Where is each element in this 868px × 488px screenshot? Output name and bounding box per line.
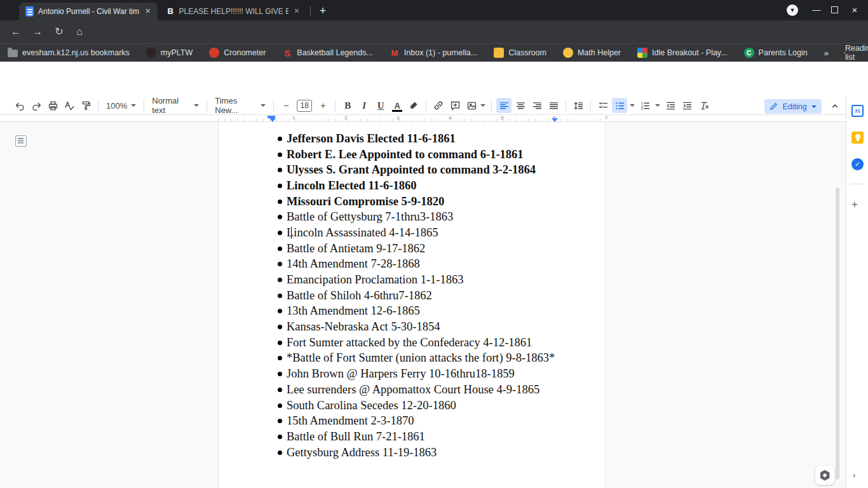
docs-header: Antonio Purnell - Civil War timeline ite… [0, 62, 868, 97]
tab-close-icon[interactable]: × [143, 6, 153, 17]
list-item[interactable]: Gettysburg Address 11-19-1863 [278, 445, 555, 461]
list-item[interactable]: Battle of Bull Run 7-21-1861 [278, 429, 555, 445]
list-item[interactable]: Ulysses S. Grant Appointed to command 3-… [278, 162, 555, 178]
hide-menus-chevron-icon[interactable] [828, 99, 843, 114]
bookmark-cronometer[interactable]: Cronometer [209, 48, 266, 58]
font-family-select[interactable]: Times New... [211, 98, 269, 113]
list-item[interactable]: John Brown @ Harpers Ferry 10-16thru18-1… [278, 366, 555, 382]
reload-icon[interactable]: ↻ [51, 24, 67, 40]
show-outline-icon[interactable] [15, 135, 27, 147]
vertical-scrollbar[interactable] [836, 187, 839, 480]
clear-formatting-icon[interactable] [696, 98, 711, 113]
bookmark-evesham-k12-nj-us-bookmarks[interactable]: evesham.k12.nj.us bookmarks [8, 48, 130, 57]
bookmark-idle-breakout-play[interactable]: Idle Breakout - Play... [637, 48, 728, 58]
keep-icon[interactable] [851, 132, 864, 144]
window-restore-button[interactable] [826, 4, 843, 17]
list-item[interactable]: Robert E. Lee Appointed to command 6-1-1… [278, 147, 555, 163]
bulleted-list-caret-icon[interactable] [630, 104, 635, 107]
list-item[interactable]: Missouri Compromise 5-9-1820 [278, 194, 555, 210]
list-item[interactable]: South Carolina Secedes 12-20-1860 [278, 398, 555, 414]
redo-icon[interactable] [29, 98, 44, 113]
document-page[interactable]: Jefferson Davis Elected 11-6-1861Robert … [218, 122, 606, 488]
paint-format-icon[interactable] [78, 98, 93, 113]
insert-image-caret-icon[interactable] [480, 104, 485, 107]
increase-font-size-icon[interactable]: + [315, 98, 330, 113]
tab-search-button[interactable]: ▼ [787, 4, 798, 16]
list-item[interactable]: 15th Amendment 2-3-1870 [278, 413, 555, 429]
bookmark-inbox-1-purnella[interactable]: MInbox (1) - purnella... [390, 48, 477, 58]
back-icon[interactable]: ← [8, 24, 24, 40]
list-item[interactable]: Jefferson Davis Elected 11-6-1861 [278, 131, 555, 147]
bullet-icon [278, 388, 282, 392]
bookmark-mypltw[interactable]: myPLTW [146, 48, 193, 58]
line-spacing-icon[interactable] [571, 98, 586, 113]
collapse-side-panel-icon[interactable]: › [853, 470, 855, 480]
checklist-icon[interactable] [595, 98, 611, 113]
underline-icon[interactable]: U [373, 98, 388, 113]
list-item[interactable]: Emancipation Proclamation 1-1-1863 [278, 272, 555, 288]
increase-indent-icon[interactable] [679, 98, 695, 113]
bulleted-list-icon[interactable] [612, 98, 627, 113]
list-item[interactable]: Battle of Gettysburg 7-1thru3-1863 [278, 209, 555, 225]
align-left-icon[interactable] [496, 98, 512, 113]
undo-icon[interactable] [12, 98, 27, 113]
list-item-text: 13th Amendment 12-6-1865 [287, 304, 420, 318]
list-item[interactable]: Kansas-Nebraska Act 5-30-1854 [278, 319, 555, 335]
decrease-font-size-icon[interactable]: − [278, 98, 294, 113]
bold-icon[interactable]: B [340, 98, 355, 113]
align-justify-icon[interactable] [546, 98, 561, 113]
bookmark-math-helper[interactable]: Math Helper [563, 48, 621, 58]
home-icon[interactable]: ⌂ [71, 24, 88, 40]
editing-mode-select[interactable]: Editing [764, 99, 822, 114]
align-center-icon[interactable] [513, 98, 528, 113]
bookmark-basketball-legends[interactable]: SBasketball Legends... [282, 48, 373, 58]
tab-docs[interactable]: Antonio Purnell - Civil War timeli × [19, 3, 158, 20]
bookmark-parents-login[interactable]: CParents Login [744, 48, 808, 58]
numbered-list-caret-icon[interactable] [655, 104, 660, 107]
list-item[interactable]: Battle of Shiloh 4-6thru7-1862 [278, 288, 555, 304]
list-item[interactable]: Battle of Antietam 9-17-1862 [278, 241, 555, 257]
list-item[interactable]: *Battle of Fort Sumter (union attacks th… [278, 351, 555, 367]
list-item[interactable]: Lee surrenders @ Appomattox Court House … [278, 382, 555, 398]
bullet-list: Jefferson Davis Elected 11-6-1861Robert … [278, 131, 555, 460]
add-addon-icon[interactable]: + [851, 198, 858, 211]
font-size-input[interactable]: 18 [297, 100, 312, 112]
decrease-indent-icon[interactable] [663, 98, 678, 113]
list-item-text: 15th Amendment 2-3-1870 [287, 414, 414, 428]
paragraph-style-select[interactable]: Normal text [148, 98, 203, 113]
add-comment-icon[interactable] [447, 98, 463, 113]
calendar-icon[interactable]: 31 [851, 105, 864, 117]
zoom-select[interactable]: 100% [102, 98, 140, 113]
list-item[interactable]: 14th Amendment 7-28-1868 [278, 257, 555, 273]
ruler-number: 5 [501, 115, 503, 121]
list-item[interactable]: Fort Sumter attacked by the Confederacy … [278, 335, 555, 351]
bookmark-classroom[interactable]: Classroom [494, 48, 546, 58]
bullet-icon [278, 152, 282, 157]
bullet-icon [278, 168, 282, 172]
window-minimize-button[interactable]: — [808, 4, 825, 17]
print-icon[interactable] [45, 98, 60, 113]
tab-brainly[interactable]: B PLEASE HELP!!!!!! WILL GIVE BRA × [160, 3, 306, 20]
explore-button[interactable] [815, 466, 834, 485]
spell-check-icon[interactable] [62, 98, 77, 113]
insert-image-icon[interactable] [464, 98, 479, 113]
list-item[interactable]: Lincoln Elected 11-6-1860 [278, 178, 555, 194]
new-tab-button[interactable]: + [315, 4, 330, 19]
list-item[interactable]: 13th Amendment 12-6-1865 [278, 304, 555, 320]
numbered-list-icon[interactable]: 123 [637, 98, 653, 113]
horizontal-ruler[interactable]: 1234567 [0, 115, 845, 122]
italic-icon[interactable]: I [356, 98, 372, 113]
highlight-color-icon[interactable] [406, 98, 421, 113]
crono-favicon [209, 48, 219, 58]
window-close-button[interactable]: × [846, 4, 863, 17]
align-right-icon[interactable] [529, 98, 545, 113]
insert-link-icon[interactable] [431, 98, 446, 113]
list-item[interactable]: Lincoln Assassinated 4-14-1865 [278, 225, 555, 241]
bookmarks-overflow-icon[interactable]: » [824, 48, 829, 58]
forward-icon[interactable]: → [29, 24, 46, 40]
tab-close-icon[interactable]: × [292, 6, 301, 17]
reading-list-button[interactable]: Reading list [844, 44, 868, 62]
tasks-icon[interactable]: ✓ [851, 158, 864, 170]
text-color-icon[interactable]: A [390, 98, 405, 113]
list-item-text: Emancipation Proclamation 1-1-1863 [287, 273, 463, 287]
